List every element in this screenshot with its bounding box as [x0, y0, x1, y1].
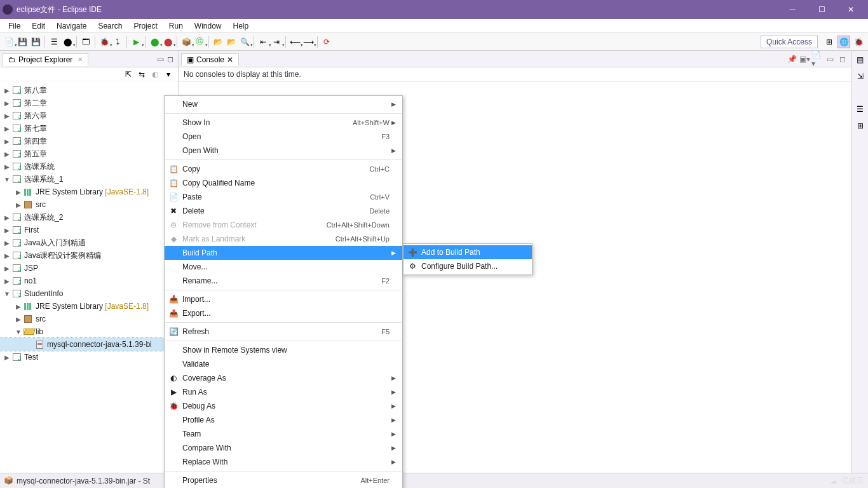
- maximize-view-button[interactable]: ◻: [165, 54, 175, 64]
- project-tree[interactable]: ▶第八章▶第二章▶第六章▶第七章▶第四章▶第五章▶选课系统▼选课系统_1▶JRE…: [0, 81, 178, 473]
- menu-item-open-with[interactable]: Open With▶: [165, 144, 402, 158]
- project-explorer-tab[interactable]: 🗀 Project Explorer ✕: [3, 53, 88, 66]
- menu-item-export[interactable]: 📤Export...: [165, 306, 402, 320]
- pin-console-button[interactable]: 📌: [786, 53, 797, 65]
- close-icon[interactable]: ✕: [78, 56, 83, 63]
- external-tools-button[interactable]: ⬤▾: [161, 36, 174, 48]
- twisty-icon[interactable]: ▶: [14, 303, 23, 310]
- menu-navigate[interactable]: Navigate: [51, 20, 92, 32]
- tree-item[interactable]: ▶选课系统_2: [0, 211, 178, 224]
- context-menu[interactable]: New▶Show InAlt+Shift+W▶OpenF3Open With▶📋…: [164, 95, 403, 488]
- search-button[interactable]: 🔍▾: [238, 36, 251, 48]
- link-editor-button[interactable]: ⇆: [136, 69, 147, 80]
- minimize-button[interactable]: ─: [778, 0, 807, 19]
- menu-item-properties[interactable]: PropertiesAlt+Enter: [165, 473, 402, 487]
- tree-item[interactable]: ▶第四章: [0, 135, 178, 147]
- twisty-icon[interactable]: ▶: [3, 151, 11, 158]
- new-java-button[interactable]: 📦▾: [180, 36, 193, 48]
- new-button[interactable]: 📄▾: [3, 36, 15, 48]
- menu-search[interactable]: Search: [92, 20, 128, 32]
- twisty-icon[interactable]: ▶: [3, 100, 11, 107]
- new-class-button[interactable]: Ⓖ▾: [193, 36, 206, 48]
- save-all-button[interactable]: 💾: [29, 36, 42, 48]
- tree-item[interactable]: ▶JRE System Library [JavaSE-1.8]: [0, 186, 178, 198]
- tree-item[interactable]: ▶JRE System Library [JavaSE-1.8]: [0, 300, 178, 313]
- twisty-icon[interactable]: ▶: [14, 201, 23, 208]
- tree-item[interactable]: ▶第八章: [0, 84, 178, 97]
- annotation-prev-button[interactable]: ⇤▾: [257, 36, 269, 48]
- tree-item[interactable]: ▶Test: [0, 351, 178, 363]
- tree-item[interactable]: ▼选课系统_1: [0, 173, 178, 186]
- outline-view-button[interactable]: ▤: [854, 53, 867, 66]
- tree-item[interactable]: ▶第七章: [0, 122, 178, 135]
- menu-item-add-to-build-path[interactable]: ➕Add to Build Path: [403, 245, 532, 259]
- menu-item-delete[interactable]: ✖DeleteDelete: [165, 204, 402, 218]
- save-button[interactable]: 💾: [16, 36, 29, 48]
- restore-button[interactable]: ⇲: [854, 70, 867, 83]
- menu-project[interactable]: Project: [128, 20, 163, 32]
- view-menu-button[interactable]: ▾: [163, 69, 174, 80]
- skip-button[interactable]: ⤵: [111, 36, 124, 48]
- menu-item-open[interactable]: OpenF3: [165, 130, 402, 144]
- task-list-button[interactable]: ☰: [854, 103, 867, 116]
- close-button[interactable]: ✕: [836, 0, 865, 19]
- tree-item[interactable]: ▶第五章: [0, 147, 178, 160]
- menu-window[interactable]: Window: [189, 20, 227, 32]
- maximize-button[interactable]: ☐: [807, 0, 836, 19]
- open-project-button[interactable]: 📂: [212, 36, 224, 48]
- menu-item-copy-qualified-name[interactable]: 📋Copy Qualified Name: [165, 176, 402, 190]
- collapse-all-button[interactable]: ⇱: [123, 69, 134, 80]
- console-tab[interactable]: ▣ Console ✕: [181, 53, 239, 66]
- server-button[interactable]: 🗔: [79, 36, 92, 48]
- menu-item-paste[interactable]: 📄PasteCtrl+V: [165, 190, 402, 204]
- tree-item[interactable]: ▶no1: [0, 274, 178, 287]
- twisty-icon[interactable]: ▶: [3, 138, 11, 145]
- debug-perspective[interactable]: 🐞: [852, 36, 865, 48]
- build-path-submenu[interactable]: ➕Add to Build Path⚙Configure Build Path.…: [403, 243, 532, 275]
- tree-item[interactable]: ▶src: [0, 198, 178, 211]
- menu-item-new[interactable]: New▶: [165, 97, 402, 111]
- menu-item-import[interactable]: 📥Import...: [165, 292, 402, 306]
- twisty-icon[interactable]: ▶: [3, 125, 11, 132]
- quick-access[interactable]: Quick Access: [761, 36, 818, 48]
- open-folder-button[interactable]: 📂: [225, 36, 238, 48]
- menu-item-show-in-remote-systems-view[interactable]: Show in Remote Systems view: [165, 343, 402, 357]
- twisty-icon[interactable]: ▶: [14, 189, 23, 196]
- tree-item[interactable]: ▶src: [0, 313, 178, 325]
- twisty-icon[interactable]: ▼: [3, 290, 11, 297]
- twisty-icon[interactable]: ▶: [3, 163, 11, 170]
- pin-button[interactable]: ⟳: [320, 36, 333, 48]
- menu-item-copy[interactable]: 📋CopyCtrl+C: [165, 162, 402, 176]
- debug-dropdown[interactable]: 🐞▾: [98, 36, 111, 48]
- focus-task-button[interactable]: ◐: [149, 69, 161, 80]
- menu-item-refresh[interactable]: 🔄RefreshF5: [165, 325, 402, 339]
- run-button[interactable]: ▶▾: [130, 36, 142, 48]
- menu-run[interactable]: Run: [163, 20, 189, 32]
- open-type-button[interactable]: ☰: [48, 36, 60, 48]
- menu-item-validate[interactable]: Validate: [165, 357, 402, 371]
- toggle-button[interactable]: ⬤▾: [61, 36, 74, 48]
- tree-item[interactable]: ▼lib: [0, 325, 178, 338]
- minimize-console-button[interactable]: ▭: [824, 53, 836, 65]
- twisty-icon[interactable]: ▶: [14, 316, 23, 323]
- annotation-next-button[interactable]: ⇥▾: [270, 36, 283, 48]
- tree-item[interactable]: ▼StudentInfo: [0, 287, 178, 300]
- coverage-button[interactable]: ⬤▾: [148, 36, 161, 48]
- menu-item-rename[interactable]: Rename...F2: [165, 274, 402, 288]
- twisty-icon[interactable]: ▶: [3, 214, 11, 221]
- menu-item-build-path[interactable]: Build Path▶: [165, 246, 402, 260]
- open-perspective-button[interactable]: ⊞: [823, 36, 836, 48]
- tree-item[interactable]: ▶Java从入门到精通: [0, 236, 178, 249]
- menu-edit[interactable]: Edit: [26, 20, 51, 32]
- twisty-icon[interactable]: ▶: [3, 112, 11, 119]
- twisty-icon[interactable]: ▶: [3, 265, 11, 272]
- menu-item-show-in[interactable]: Show InAlt+Shift+W▶: [165, 116, 402, 130]
- display-console-button[interactable]: ▣▾: [799, 53, 810, 65]
- tree-item[interactable]: ▶第六章: [0, 109, 178, 122]
- twisty-icon[interactable]: ▶: [3, 87, 11, 94]
- open-console-button[interactable]: 📄▾: [811, 53, 823, 65]
- menu-item-run-as[interactable]: ▶Run As▶: [165, 385, 402, 399]
- back-button[interactable]: ⟵▾: [288, 36, 301, 48]
- menu-item-move[interactable]: Move...: [165, 260, 402, 274]
- tree-item[interactable]: mysql-connector-java-5.1.39-bi: [0, 338, 178, 351]
